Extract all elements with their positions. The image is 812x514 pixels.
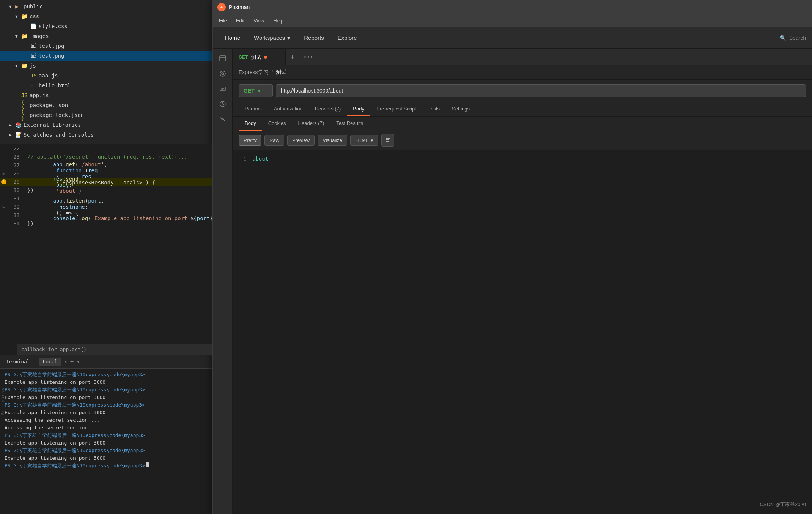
tree-item-appjs[interactable]: JS app.js (0, 90, 212, 100)
req-tab-authorization[interactable]: Authorization (268, 102, 309, 116)
method-arrow: ▾ (258, 88, 260, 94)
tab-method-1: GET (239, 55, 248, 60)
sidebar-icon-collections[interactable] (216, 52, 230, 65)
resp-tab-body[interactable]: Body (239, 117, 262, 131)
tree-label-testpng: test.png (39, 53, 64, 59)
image-icon-testpng: 🖼 (30, 53, 37, 59)
terminal-line-10: PS G:\丁家雄自学前端最后一遍\10express\code\myapp3> (5, 447, 208, 454)
format-type-dropdown[interactable]: HTML ▾ (350, 135, 378, 146)
postman-titlebar: Postman (213, 0, 812, 14)
sidebar-icon-mock[interactable] (216, 82, 230, 96)
monitor-icon (219, 115, 227, 123)
resp-tab-headers[interactable]: Headers (7) (292, 117, 330, 131)
menu-file[interactable]: File (219, 16, 227, 25)
format-btn-raw[interactable]: Raw (264, 135, 284, 146)
sidebar-icon-history[interactable] (216, 97, 230, 111)
tree-item-css[interactable]: ▼ 📁 css (0, 11, 212, 21)
nav-home[interactable]: Home (219, 32, 246, 44)
request-tabs: Params Authorization Headers (7) Body Pr… (233, 102, 812, 117)
resp-tab-testresults[interactable]: Test Results (330, 117, 369, 131)
tab-request-1[interactable]: GET 测试 (233, 49, 286, 65)
sidebar-icon-monitor[interactable] (216, 112, 230, 126)
breadcrumb-separator: / (272, 69, 273, 76)
tree-item-images[interactable]: ▼ 📁 images (0, 31, 212, 41)
breadcrumb-part-1[interactable]: Express学习 (239, 69, 269, 76)
tab-add-button[interactable]: + (286, 49, 299, 65)
tree-item-js[interactable]: ▼ 📁 js (0, 61, 212, 71)
req-tab-prerequest[interactable]: Pre-request Script (370, 102, 422, 116)
menu-help[interactable]: Help (273, 16, 283, 25)
method-select[interactable]: GET ▾ (239, 84, 273, 97)
nav-workspaces-arrow: ▾ (287, 35, 290, 41)
tree-item-packagejson[interactable]: { } package.json (0, 100, 212, 110)
tree-label-extlibs: External Libraries (24, 122, 81, 128)
format-type-arrow: ▾ (371, 137, 373, 143)
nav-home-label: Home (225, 35, 240, 41)
tree-item-packagelockjson[interactable]: { } package-lock.json (0, 110, 212, 120)
nav-search-area[interactable]: 🔍 Search (780, 35, 806, 41)
resp-tab-body-label: Body (245, 120, 256, 126)
terminal-tab-local[interactable]: Local (39, 358, 61, 366)
url-input[interactable] (276, 84, 806, 97)
postman-sidebar (213, 49, 233, 514)
url-bar: GET ▾ Send (233, 80, 812, 102)
tab-name-1: 测试 (251, 54, 261, 61)
terminal-panel: Terminal: Local × + ▾ PS G:\丁家雄自学前端最后一遍\… (0, 355, 212, 514)
terminal-line-2: PS G:\丁家雄自学前端最后一遍\10express\code\myapp3> (5, 386, 208, 394)
req-tab-headers[interactable]: Headers (7) (309, 102, 347, 116)
tree-label-aaajs: aaa.js (39, 73, 58, 79)
tree-item-aaajs[interactable]: JS aaa.js (0, 71, 212, 80)
tree-item-extlibs[interactable]: ▶ 📚 External Libraries (0, 120, 212, 130)
resp-tab-cookies[interactable]: Cookies (262, 117, 292, 131)
breadcrumb-current: 测试 (276, 69, 286, 76)
req-tab-body[interactable]: Body (347, 102, 370, 116)
format-wrap-button[interactable] (381, 134, 394, 147)
tree-label-css: css (30, 13, 39, 19)
terminal-line-12: PS G:\丁家雄自学前端最后一遍\10express\code\myapp3> (5, 462, 208, 470)
tree-item-testjpg[interactable]: 🖼 test.jpg (0, 41, 212, 51)
svg-rect-1 (220, 56, 226, 61)
line-num-33: 33 (8, 212, 24, 218)
folder-icon-public: ▶ (15, 3, 22, 9)
menu-view[interactable]: View (253, 16, 264, 25)
response-body: 1 about (233, 150, 812, 514)
nav-workspaces[interactable]: Workspaces ▾ (248, 32, 296, 44)
terminal-line-1: Example app listening on port 3000 (5, 378, 208, 386)
menu-edit[interactable]: Edit (236, 16, 244, 25)
nav-explore[interactable]: Explore (332, 32, 363, 44)
breakpoint-area-32: ▶ (0, 205, 8, 210)
terminal-line-0: PS G:\丁家雄自学前端最后一遍\10express\code\myapp3> (5, 371, 208, 378)
req-tab-headers-label: Headers (7) (315, 106, 341, 112)
postman-body: GET 测试 + ••• Express学习 / 测试 GET ▾ (213, 49, 812, 514)
code-line-29: ! 29 res.send( body: 'about') (0, 178, 212, 186)
format-btn-preview[interactable]: Preview (287, 135, 315, 146)
format-btn-visualize[interactable]: Visualize (318, 135, 347, 146)
format-btn-pretty[interactable]: Pretty (239, 135, 261, 146)
collections-icon (219, 55, 227, 62)
code-line-22: 22 (0, 144, 212, 153)
req-tab-params[interactable]: Params (239, 102, 268, 116)
nav-search-label[interactable]: Search (789, 35, 806, 41)
sidebar-icon-environments[interactable] (216, 67, 230, 80)
terminal-tab-dropdown[interactable]: ▾ (77, 359, 79, 364)
terminal-line-8: PS G:\丁家雄自学前端最后一遍\10express\code\myapp3> (5, 432, 208, 439)
tree-item-public[interactable]: ▼ ▶ public (0, 2, 212, 11)
nav-reports[interactable]: Reports (298, 32, 330, 44)
terminal-tab-close[interactable]: × (65, 359, 67, 364)
line-content-34: }) (24, 221, 212, 227)
line-num-28: 28 (8, 170, 24, 177)
tab-more-button[interactable]: ••• (299, 49, 318, 65)
terminal-line-7: Accessing the secret section ... (5, 424, 208, 432)
tree-label-stylecss: style.css (39, 23, 68, 29)
req-tab-settings[interactable]: Settings (446, 102, 476, 116)
breakpoint-area-29: ! (0, 179, 8, 184)
tree-item-scratches[interactable]: ▶ 📝 Scratches and Consoles (0, 130, 212, 140)
tree-item-stylecss[interactable]: 📄 style.css (0, 21, 212, 31)
tree-item-testpng[interactable]: 🖼 test.png (0, 51, 212, 61)
tree-item-hellohtml[interactable]: H hello.html (0, 80, 212, 90)
terminal-content[interactable]: PS G:\丁家雄自学前端最后一遍\10express\code\myapp3>… (0, 369, 212, 514)
terminal-tab-add[interactable]: + (70, 358, 74, 365)
js-icon-aaajs: JS (30, 73, 37, 79)
req-tab-tests[interactable]: Tests (422, 102, 446, 116)
terminal-tabs: Terminal: Local × + ▾ (0, 355, 212, 369)
